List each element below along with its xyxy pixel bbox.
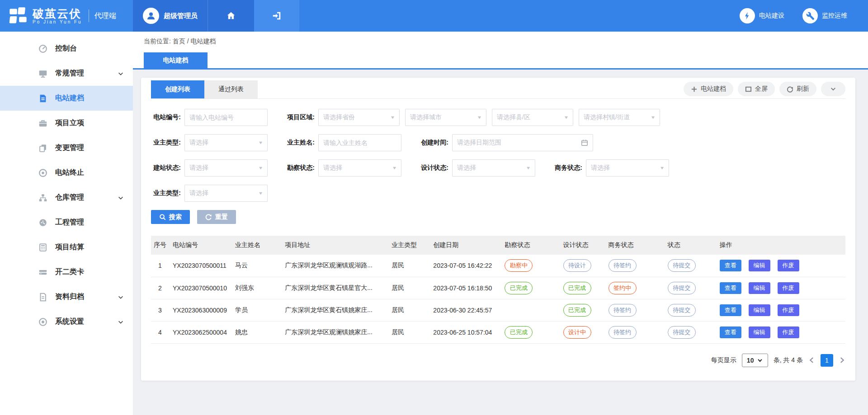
owner-type2-select[interactable]: 请选择▼ xyxy=(184,185,268,202)
fullscreen-button[interactable]: 全屏 xyxy=(738,82,775,96)
create-station-label: 电站建档 xyxy=(701,85,726,93)
sidebar-item-project-initiation[interactable]: 项目立项 xyxy=(0,111,133,135)
city-select[interactable]: 请选择城市▼ xyxy=(405,109,486,126)
business-status-select[interactable]: 请选择▼ xyxy=(586,159,669,177)
refresh-label: 刷新 xyxy=(797,85,809,93)
prev-page-button[interactable] xyxy=(808,357,815,364)
edit-button[interactable]: 编辑 xyxy=(749,304,770,316)
build-status-select[interactable]: 请选择▼ xyxy=(184,159,268,177)
sidebar-item-engineering-management[interactable]: 工程管理 xyxy=(0,210,133,235)
view-button[interactable]: 查看 xyxy=(720,260,741,271)
refresh-button[interactable]: 刷新 xyxy=(779,82,816,96)
owner-name-input[interactable] xyxy=(318,134,401,151)
design-status-label: 设计状态: xyxy=(419,164,448,172)
edit-button[interactable]: 编辑 xyxy=(749,326,770,338)
portal-label: 代理端 xyxy=(94,11,116,21)
sidebar-item-label: 电站建档 xyxy=(55,93,84,103)
breadcrumb-path[interactable]: 首页 / 电站建档 xyxy=(173,37,216,46)
user-name: 超级管理员 xyxy=(164,12,198,20)
home-button[interactable] xyxy=(208,0,254,32)
sidebar-item-label: 仓库管理 xyxy=(55,193,84,202)
owner-type-select[interactable]: 请选择▼ xyxy=(184,134,268,151)
collapse-button[interactable] xyxy=(821,82,845,96)
briefcase-icon xyxy=(38,118,48,128)
sidebar-item-station-archive[interactable]: 电站建档 xyxy=(0,86,133,111)
tab-create-list[interactable]: 创建列表 xyxy=(151,80,204,98)
chevron-down-icon xyxy=(830,86,836,92)
monitor-icon xyxy=(38,69,48,79)
view-button[interactable]: 查看 xyxy=(720,282,741,294)
design-status-badge: 已完成 xyxy=(563,304,591,317)
sidebar-item-change-management[interactable]: 变更管理 xyxy=(0,135,133,160)
reset-label: 重置 xyxy=(215,213,228,221)
select-arrow-icon: ▼ xyxy=(477,115,482,120)
date-range-input[interactable]: 请选择日期范围 xyxy=(452,134,593,151)
sitemap-icon xyxy=(38,193,48,203)
page-tab-station-archive[interactable]: 电站建档 xyxy=(144,52,208,68)
survey-status-select[interactable]: 请选择▼ xyxy=(318,159,401,177)
panel-header: 创建列表 通过列表 电站建档 xyxy=(151,80,845,99)
per-page-label: 每页显示 xyxy=(711,356,736,364)
county-placeholder: 请选择县/区 xyxy=(497,113,530,121)
per-page-select[interactable]: 10 xyxy=(742,354,768,367)
province-select[interactable]: 请选择省份▼ xyxy=(318,109,400,126)
sidebar-item-warehouse-management[interactable]: 仓库管理 xyxy=(0,185,133,210)
cell-station-code: YX2023063000009 xyxy=(169,299,231,321)
quicklink-monitor-ops[interactable]: 监控运维 xyxy=(802,8,847,23)
quicklink-station-build[interactable]: 电站建设 xyxy=(740,8,784,23)
sidebar-item-project-settlement[interactable]: 项目结算 xyxy=(0,235,133,260)
business-status-label: 商务状态: xyxy=(552,164,582,172)
filter-row-3: 建站状态: 请选择▼ 勘察状态: 请选择▼ 设计状态: 请选择▼ 商务状态: xyxy=(151,159,845,177)
count-label: 条, 共 4 条 xyxy=(774,356,803,364)
survey-status-badge: 已完成 xyxy=(505,282,533,294)
cell-index: 3 xyxy=(151,299,169,321)
view-button[interactable]: 查看 xyxy=(720,326,741,338)
void-button[interactable]: 作废 xyxy=(778,260,799,271)
reset-button[interactable]: 重置 xyxy=(197,210,236,224)
col-business-status: 商务状态 xyxy=(605,236,664,255)
filter-build-status: 建站状态: 请选择▼ xyxy=(151,159,268,177)
cell-survey-empty xyxy=(501,299,559,321)
cell-created: 2023-07-05 16:18:50 xyxy=(429,277,501,299)
lightning-icon xyxy=(740,8,755,23)
filter-row-2: 业主类型: 请选择▼ 业主姓名: 创建时间: 请选择日期范围 xyxy=(151,134,845,151)
sidebar-item-label: 项目结算 xyxy=(55,242,84,252)
wrench-icon xyxy=(802,8,818,23)
sidebar-item-system-settings[interactable]: 系统设置 xyxy=(0,309,133,334)
cell-index: 2 xyxy=(151,277,169,299)
design-status-select[interactable]: 请选择▼ xyxy=(452,159,535,177)
next-page-button[interactable] xyxy=(839,357,845,364)
owner-type-label: 业主类型: xyxy=(151,139,181,147)
edit-button[interactable]: 编辑 xyxy=(749,260,770,271)
sidebar-item-station-termination[interactable]: 电站终止 xyxy=(0,160,133,185)
cell-address: 广东深圳龙华区观澜镇观湖路... xyxy=(281,255,388,277)
sidebar-item-open-class2-card[interactable]: 开二类卡 xyxy=(0,260,133,284)
sidebar-item-general-management[interactable]: 常规管理 xyxy=(0,61,133,86)
county-select[interactable]: 请选择县/区▼ xyxy=(492,109,573,126)
logout-icon xyxy=(272,11,282,21)
page-number-button[interactable]: 1 xyxy=(821,354,833,367)
void-button[interactable]: 作废 xyxy=(778,326,799,338)
date-range-placeholder: 请选择日期范围 xyxy=(457,139,501,147)
status-badge: 待提交 xyxy=(668,282,696,294)
filter-design-status: 设计状态: 请选择▼ xyxy=(419,159,535,177)
void-button[interactable]: 作废 xyxy=(778,304,799,316)
fullscreen-label: 全屏 xyxy=(755,85,768,93)
filter-form: 电站编号: 项目区域: 请选择省份▼ 请选择城市▼ 请选择县/区▼ 请选择村镇/… xyxy=(151,109,845,224)
create-station-button[interactable]: 电站建档 xyxy=(684,82,733,96)
sidebar-item-console[interactable]: 控制台 xyxy=(0,36,133,61)
logout-button[interactable] xyxy=(254,0,299,32)
cell-created: 2023-06-25 10:57:04 xyxy=(429,321,501,343)
survey-status-label: 勘察状态: xyxy=(285,164,315,172)
town-select[interactable]: 请选择村镇/街道▼ xyxy=(579,109,660,126)
station-code-input[interactable] xyxy=(184,109,268,126)
calendar-icon xyxy=(581,139,588,146)
user-area[interactable]: 超级管理员 xyxy=(133,0,208,32)
edit-button[interactable]: 编辑 xyxy=(749,282,770,294)
view-button[interactable]: 查看 xyxy=(720,304,741,316)
tab-pass-list[interactable]: 通过列表 xyxy=(204,80,258,98)
void-button[interactable]: 作废 xyxy=(778,282,799,294)
search-button[interactable]: 搜索 xyxy=(151,210,190,224)
sidebar-item-data-archive[interactable]: 资料归档 xyxy=(0,284,133,309)
brand-logo-icon xyxy=(8,6,28,26)
